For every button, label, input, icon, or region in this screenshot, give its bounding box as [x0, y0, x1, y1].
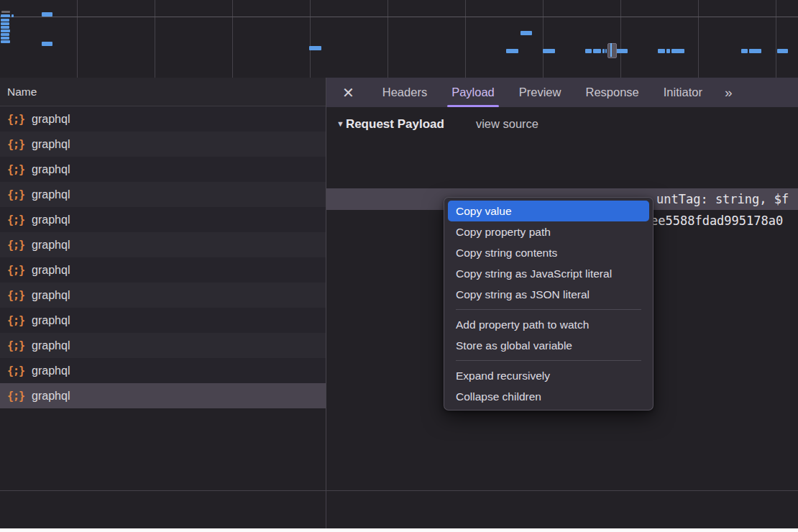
devtools-network-panel: Name {;}graphql{;}graphql{;}graphql{;}gr… [0, 0, 798, 532]
property-value-fragment: ee5588fdad995178a0 [651, 210, 783, 231]
json-request-icon: {;} [7, 314, 24, 327]
timeline-bar [520, 31, 532, 35]
menu-item-copy-value[interactable]: Copy value [448, 201, 649, 221]
page-edge [0, 528, 798, 532]
timeline-bar [1, 22, 9, 25]
timeline-bar [585, 49, 592, 53]
property-value-fragment: untTag: string, $f [656, 188, 789, 210]
request-row[interactable]: {;}graphql [0, 157, 326, 182]
collapse-triangle-icon[interactable]: ▼ [336, 119, 344, 128]
request-row[interactable]: {;}graphql [0, 383, 326, 408]
request-row[interactable]: {;}graphql [0, 283, 326, 308]
timeline-bar [1, 40, 10, 43]
request-name: graphql [32, 314, 70, 327]
request-name: graphql [32, 138, 70, 151]
timeline-bar [616, 49, 628, 53]
json-request-icon: {;} [7, 163, 24, 176]
timeline-bar [42, 42, 52, 46]
request-name: graphql [32, 390, 70, 403]
marker-handle[interactable] [607, 43, 617, 58]
context-menu-items: Copy valueCopy property pathCopy string … [444, 201, 653, 407]
more-tabs-icon[interactable]: » [725, 85, 731, 101]
timeline-bar [666, 49, 670, 53]
footer-vertical-divider[interactable] [326, 491, 326, 528]
json-request-icon: {;} [7, 364, 24, 377]
timeline-bar [1, 19, 9, 22]
timeline-bar [1, 37, 9, 40]
request-row[interactable]: {;}graphql [0, 106, 326, 132]
menu-separator [456, 309, 641, 310]
menu-item-copy-string-as-javascript-literal[interactable]: Copy string as JavaScript literal [444, 263, 653, 284]
json-request-icon: {;} [7, 289, 24, 302]
menu-item-copy-string-contents[interactable]: Copy string contents [444, 242, 653, 263]
request-payload-section-header[interactable]: ▼Request Payloadview source [326, 117, 798, 136]
request-name: graphql [32, 188, 70, 201]
details-tabbar: ✕ HeadersPayloadPreviewResponseInitiator… [326, 78, 798, 107]
timeline-bar [1, 14, 10, 17]
tree-row-root[interactable]: ▼ {operationName: "ipFlowTimeseries", va… [326, 145, 798, 167]
request-row[interactable]: {;}graphql [0, 257, 326, 283]
network-overview-timeline[interactable] [0, 0, 798, 78]
json-request-icon: {;} [7, 390, 24, 403]
timeline-bar [671, 49, 684, 53]
request-row[interactable]: {;}graphql [0, 358, 326, 383]
request-name: graphql [32, 163, 70, 176]
menu-item-add-property-path-to-watch[interactable]: Add property path to watch [444, 314, 653, 335]
request-name: graphql [32, 214, 70, 226]
request-row[interactable]: {;}graphql [0, 132, 326, 157]
timeline-bar [506, 49, 518, 53]
json-request-icon: {;} [7, 264, 24, 277]
tab-payload[interactable]: Payload [451, 78, 495, 107]
json-request-icon: {;} [7, 214, 24, 226]
menu-item-copy-string-as-json-literal[interactable]: Copy string as JSON literal [444, 284, 653, 305]
request-row[interactable]: {;}graphql [0, 232, 326, 257]
timeline-bar [605, 49, 607, 53]
details-tabs: HeadersPayloadPreviewResponseInitiator [370, 78, 715, 107]
request-row[interactable]: {;}graphql [0, 182, 326, 207]
timeline-bar [1, 29, 10, 32]
footer-area [0, 491, 798, 528]
timeline-bar [42, 12, 52, 17]
timeline-bar [741, 49, 748, 53]
request-row[interactable]: {;}graphql [0, 308, 326, 333]
tab-headers[interactable]: Headers [382, 78, 427, 107]
active-tab-underline [447, 105, 499, 107]
context-menu: Copy valueCopy property pathCopy string … [444, 197, 653, 411]
request-row[interactable]: {;}graphql [0, 333, 326, 358]
timeline-bar [12, 14, 14, 17]
menu-item-collapse-children[interactable]: Collapse children [444, 386, 653, 407]
menu-item-expand-recursively[interactable]: Expand recursively [444, 365, 653, 386]
tree-row-operationname[interactable]: operationName: "ipFlowTimeseries" [326, 167, 798, 188]
menu-separator [456, 360, 641, 361]
marker-line [610, 43, 612, 57]
column-header-name[interactable]: Name [0, 78, 326, 106]
json-request-icon: {;} [7, 138, 24, 151]
request-name: graphql [32, 289, 70, 302]
json-request-icon: {;} [7, 113, 24, 126]
json-request-icon: {;} [7, 188, 24, 201]
tab-preview[interactable]: Preview [519, 78, 561, 107]
request-name: graphql [32, 113, 70, 126]
requests-table: Name {;}graphql{;}graphql{;}graphql{;}gr… [0, 78, 326, 490]
menu-item-store-as-global-variable[interactable]: Store as global variable [444, 335, 653, 356]
request-rows: {;}graphql{;}graphql{;}graphql{;}graphql… [0, 106, 326, 408]
request-name: graphql [32, 264, 70, 277]
tab-response[interactable]: Response [585, 78, 638, 107]
tab-initiator[interactable]: Initiator [664, 78, 702, 107]
close-icon[interactable]: ✕ [342, 86, 354, 100]
view-source-link[interactable]: view source [476, 117, 538, 130]
timeline-bar [1, 26, 9, 29]
menu-item-copy-property-path[interactable]: Copy property path [444, 221, 653, 242]
timeline-bar [593, 49, 601, 53]
timeline-bar [1, 11, 10, 13]
request-name: graphql [32, 239, 70, 252]
request-row[interactable]: {;}graphql [0, 207, 326, 232]
timeline-bar [749, 49, 761, 53]
json-request-icon: {;} [7, 339, 24, 352]
json-request-icon: {;} [7, 239, 24, 252]
timeline-bar [777, 49, 788, 53]
timeline-bar [658, 49, 665, 53]
timeline-bar [1, 33, 9, 36]
timeline-bar [543, 49, 555, 53]
section-title: Request Payload [346, 117, 444, 131]
